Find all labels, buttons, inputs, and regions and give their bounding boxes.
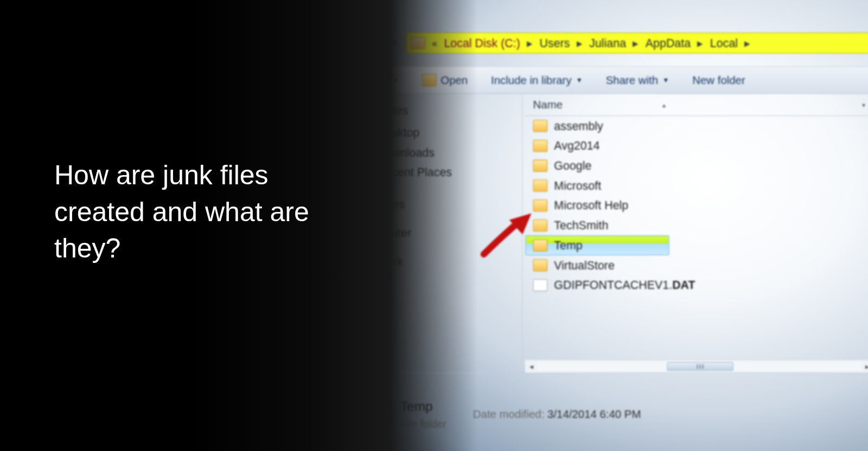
- nav-item-label: Recent Places: [377, 166, 452, 179]
- nav-group-label: Favorites: [360, 104, 408, 117]
- nav-item-label: Downloads: [377, 146, 435, 159]
- include-in-library-button[interactable]: Include in library ▼: [491, 74, 583, 86]
- file-row-selected[interactable]: Temp: [525, 235, 669, 255]
- desktop-icon: [358, 127, 371, 138]
- file-row[interactable]: VirtualStore: [525, 255, 868, 275]
- back-button[interactable]: [331, 31, 356, 55]
- file-row[interactable]: Microsoft Help: [525, 196, 868, 216]
- nav-item-downloads[interactable]: Downloads: [342, 143, 512, 163]
- file-row[interactable]: Google: [525, 156, 868, 176]
- recent-locations-dropdown[interactable]: [389, 37, 400, 48]
- toolbar-label: Organize: [343, 74, 388, 86]
- file-name: VirtualStore: [554, 259, 615, 272]
- breadcrumb-separator-icon: ▸: [630, 36, 641, 49]
- breadcrumb-segment[interactable]: Local Disk (C:): [441, 36, 524, 49]
- share-with-button[interactable]: Share with ▼: [606, 74, 669, 86]
- folder-icon: [411, 37, 425, 49]
- toolbar-label: Share with: [606, 74, 658, 86]
- details-item-name: Temp: [400, 398, 446, 414]
- forward-button[interactable]: [361, 31, 386, 55]
- nav-item-recent-places[interactable]: Recent Places: [342, 163, 512, 183]
- column-header-label: Name: [533, 98, 563, 111]
- breadcrumb-separator-icon: ▸: [695, 36, 705, 49]
- explorer-toolbar: Organize ▼ Open Include in library ▼ Sha…: [331, 66, 868, 94]
- open-button[interactable]: Open: [422, 74, 468, 86]
- arrow-left-icon: [338, 37, 350, 49]
- breadcrumb-segment[interactable]: AppData: [642, 36, 694, 49]
- file-name: assembly: [554, 119, 603, 132]
- nav-libraries-header[interactable]: Libraries: [342, 198, 512, 211]
- sort-ascending-icon: ▴: [662, 101, 666, 108]
- details-prop-value: 3/14/2014 6:40 PM: [547, 408, 641, 420]
- file-name: GDIPFONTCACHEV1.DAT: [554, 279, 695, 292]
- file-name: Temp: [554, 239, 582, 252]
- file-row[interactable]: Avg2014: [525, 136, 868, 156]
- file-row[interactable]: Microsoft: [525, 176, 868, 196]
- scrollbar-thumb[interactable]: [667, 362, 733, 370]
- breadcrumb-separator-icon: ▸: [525, 36, 535, 49]
- folder-icon: [533, 179, 548, 191]
- organize-button[interactable]: Organize ▼: [343, 74, 399, 86]
- nav-item-label: Desktop: [377, 126, 420, 139]
- breadcrumb-segment[interactable]: Juliana: [586, 36, 629, 49]
- folder-icon: [533, 160, 548, 172]
- breadcrumb-overflow-icon[interactable]: «: [430, 37, 439, 49]
- file-name: Google: [554, 159, 591, 172]
- folder-icon: [533, 140, 548, 152]
- breadcrumb-segment[interactable]: Local: [707, 36, 741, 49]
- file-name: Avg2014: [554, 139, 599, 152]
- file-list-pane: Name ▴ ▾ assemblyAvg2014GoogleMicrosoftM…: [525, 94, 868, 362]
- folder-open-icon: [422, 74, 437, 86]
- nav-item-desktop[interactable]: Desktop: [342, 123, 512, 143]
- column-header-row: Name ▴ ▾: [525, 94, 868, 116]
- scroll-right-button[interactable]: ▸: [861, 360, 868, 372]
- nav-favorites-header[interactable]: Favorites: [342, 104, 512, 117]
- toolbar-label: Open: [441, 74, 468, 86]
- scroll-left-button[interactable]: ◂: [525, 360, 537, 372]
- network-icon: [342, 256, 355, 267]
- details-prop-label: Date modified:: [473, 408, 545, 420]
- nav-group-label: Network: [360, 255, 403, 268]
- libraries-icon: [342, 199, 355, 210]
- toolbar-label: New folder: [692, 74, 745, 86]
- nav-row: « Local Disk (C:) ▸ Users ▸ Juliana ▸ Ap…: [331, 29, 868, 57]
- details-item-type: File folder: [400, 418, 446, 430]
- column-chooser-dropdown[interactable]: ▾: [862, 101, 865, 108]
- chevron-down-icon: ▼: [392, 76, 399, 84]
- new-folder-button[interactable]: New folder: [692, 74, 745, 86]
- toolbar-label: Include in library: [491, 74, 572, 86]
- headline-text: How are junk files created and what are …: [54, 157, 336, 267]
- star-icon: [342, 105, 355, 116]
- nav-group-label: Libraries: [360, 198, 405, 211]
- breadcrumb-segment[interactable]: Users: [536, 36, 573, 49]
- breadcrumb-separator-icon: ▸: [575, 36, 585, 49]
- details-pane: Temp File folder Date modified: 3/14/201…: [331, 372, 868, 451]
- annotation-arrow-icon: [478, 210, 539, 260]
- file-name: Microsoft: [554, 179, 601, 192]
- chevron-down-icon: ▼: [576, 76, 583, 84]
- chevron-down-icon: ▼: [662, 76, 669, 84]
- scrollbar-track[interactable]: [538, 362, 861, 370]
- file-row[interactable]: assembly: [525, 116, 868, 136]
- file-icon: [533, 279, 548, 291]
- breadcrumb-separator-icon: ▸: [742, 36, 752, 49]
- downloads-icon: [358, 147, 371, 158]
- nav-group-label: Computer: [360, 227, 411, 240]
- horizontal-scrollbar[interactable]: ◂ ▸: [525, 359, 868, 372]
- file-row[interactable]: TechSmith: [525, 216, 868, 236]
- file-name: TechSmith: [554, 219, 608, 232]
- folder-icon: [533, 120, 548, 132]
- computer-icon: [342, 228, 355, 239]
- file-row[interactable]: GDIPFONTCACHEV1.DAT: [525, 275, 868, 295]
- arrow-right-icon: [368, 37, 380, 49]
- recent-places-icon: [358, 167, 371, 178]
- address-breadcrumb[interactable]: « Local Disk (C:) ▸ Users ▸ Juliana ▸ Ap…: [406, 33, 868, 54]
- file-name: Microsoft Help: [554, 199, 628, 212]
- folder-thumbnail-icon: [344, 395, 387, 434]
- explorer-window: « Local Disk (C:) ▸ Users ▸ Juliana ▸ Ap…: [326, 0, 868, 451]
- folder-icon: [533, 259, 548, 271]
- details-date-modified: Date modified: 3/14/2014 6:40 PM: [473, 408, 641, 421]
- chevron-down-icon: [391, 39, 398, 47]
- column-header-name[interactable]: Name ▴: [533, 98, 863, 111]
